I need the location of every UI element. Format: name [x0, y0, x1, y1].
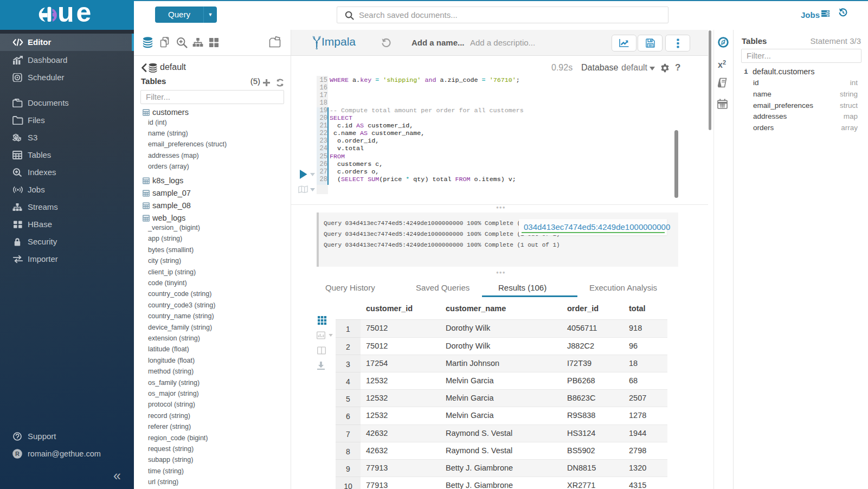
svg-text:R: R	[15, 451, 20, 457]
svg-text:ue: ue	[57, 5, 93, 24]
